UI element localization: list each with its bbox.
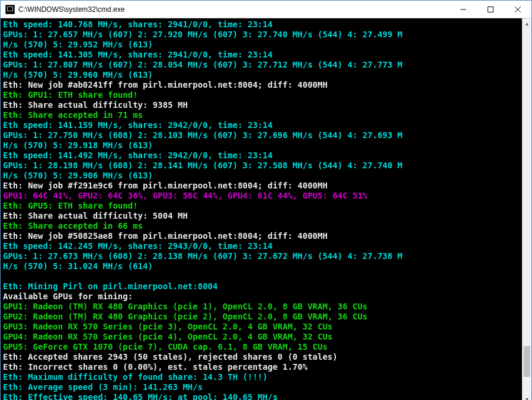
terminal-line: GPU4: Radeon RX 570 Series (pcie 4), Ope… — [3, 332, 522, 342]
scroll-up-icon[interactable]: ▴ — [523, 18, 531, 28]
maximize-button[interactable] — [477, 1, 504, 18]
terminal-line: Available GPUs for mining: — [3, 292, 522, 302]
terminal-line: Eth: Share accepted in 71 ms — [3, 110, 522, 120]
terminal-line: H/s (570) 5: 29.906 MH/s (613) — [3, 171, 522, 181]
terminal-line: Eth speed: 140.768 MH/s, shares: 2941/0/… — [3, 20, 522, 30]
minimize-button[interactable] — [450, 1, 477, 18]
terminal-line: Eth: Share actual difficulty: 9385 MH — [3, 100, 522, 110]
terminal-line: Eth: Incorrect shares 0 (0.00%), est. st… — [3, 362, 522, 372]
terminal-line: Eth speed: 141.305 MH/s, shares: 2941/0/… — [3, 50, 522, 60]
terminal-line: Eth speed: 141.492 MH/s, shares: 2942/0/… — [3, 151, 522, 161]
terminal-line: Eth: New job #f291e9c6 from pirl.minerpo… — [3, 181, 522, 191]
terminal-line: GPU5: GeForce GTX 1070 (pcie 7), CUDA ca… — [3, 342, 522, 352]
terminal-line: GPU1: Radeon (TM) RX 480 Graphics (pcie … — [3, 302, 522, 312]
terminal-line: GPU2: Radeon (TM) RX 480 Graphics (pcie … — [3, 312, 522, 322]
window-title: C:\WINDOWS\system32\cmd.exe — [18, 5, 450, 14]
terminal-line: Eth: Mining Pirl on pirl.minerpool.net:8… — [3, 281, 522, 292]
window-buttons — [450, 1, 531, 18]
terminal-line: Eth: GPU5: ETH share found! — [3, 201, 522, 211]
terminal-line: Eth: Share actual difficulty: 5004 MH — [3, 211, 522, 221]
terminal-line: Eth: Average speed (3 min): 141.263 MH/s — [3, 382, 522, 392]
terminal-line: GPU3: Radeon RX 570 Series (pcie 3), Ope… — [3, 322, 522, 332]
cmd-icon — [5, 5, 15, 14]
terminal-line: GPUs: 1: 27.750 MH/s (608) 2: 28.103 MH/… — [3, 130, 522, 140]
terminal-line: Eth speed: 141.159 MH/s, shares: 2942/0/… — [3, 120, 522, 130]
terminal-line: Eth: Share accepted in 66 ms — [3, 221, 522, 231]
terminal-wrap: Eth speed: 140.768 MH/s, shares: 2941/0/… — [1, 18, 531, 400]
scrollbar[interactable]: ▴ ▾ — [522, 18, 531, 400]
terminal-line: GPUs: 1: 28.198 MH/s (608) 2: 28.141 MH/… — [3, 161, 522, 171]
terminal-line: Eth: GPU1: ETH share found! — [3, 90, 522, 100]
terminal-line: H/s (570) 5: 29.952 MH/s (613) — [3, 40, 522, 50]
scroll-down-icon[interactable]: ▾ — [523, 394, 531, 400]
terminal-line: H/s (570) 5: 29.960 MH/s (613) — [3, 70, 522, 80]
terminal-line: GPUs: 1: 27.673 MH/s (608) 2: 28.138 MH/… — [3, 251, 522, 261]
close-button[interactable] — [504, 1, 531, 18]
terminal-line: Eth: Maximum difficulty of found share: … — [3, 372, 522, 382]
terminal-line: Eth: Effective speed: 140.65 MH/s; at po… — [3, 392, 522, 400]
terminal-line: H/s (570) 5: 29.918 MH/s (613) — [3, 140, 522, 151]
terminal-line: GPUs: 1: 27.807 MH/s (607) 2: 28.054 MH/… — [3, 60, 522, 70]
scroll-thumb[interactable] — [524, 346, 530, 377]
terminal-line: Eth: Accepted shares 2943 (50 stales), r… — [3, 352, 522, 362]
terminal-line: H/s (570) 5: 31.024 MH/s (614) — [3, 261, 522, 271]
terminal-line: Eth: New job #50825ae8 from pirl.minerpo… — [3, 231, 522, 241]
terminal-line — [3, 271, 522, 281]
terminal-line: GPUs: 1: 27.657 MH/s (607) 2: 27.920 MH/… — [3, 30, 522, 40]
cmd-window: C:\WINDOWS\system32\cmd.exe Eth speed: 1… — [0, 0, 532, 400]
svg-rect-1 — [488, 7, 493, 12]
terminal-line: GPU1: 64C 41%, GPU2: 64C 36%, GPU3: 58C … — [3, 191, 522, 201]
terminal-line: Eth speed: 142.245 MH/s, shares: 2943/0/… — [3, 241, 522, 251]
terminal-line: Eth: New job #ab0241ff from pirl.minerpo… — [3, 80, 522, 90]
terminal-output[interactable]: Eth speed: 140.768 MH/s, shares: 2941/0/… — [1, 18, 522, 400]
titlebar[interactable]: C:\WINDOWS\system32\cmd.exe — [1, 1, 531, 18]
